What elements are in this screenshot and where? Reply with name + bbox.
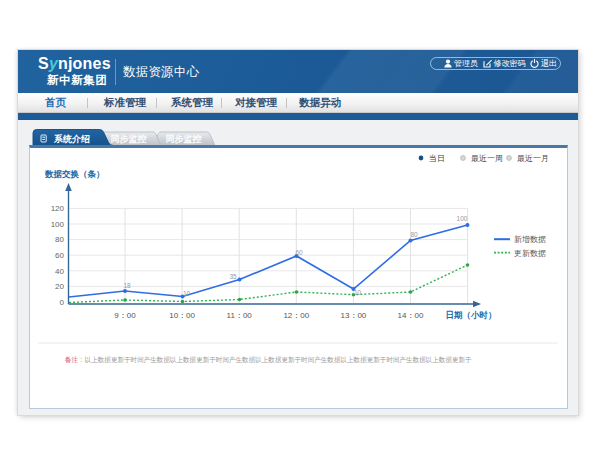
svg-text:120: 120 <box>51 204 65 213</box>
svg-text:20: 20 <box>55 282 64 291</box>
svg-text:11：00: 11：00 <box>227 311 253 320</box>
svg-text:12：00: 12：00 <box>283 311 309 320</box>
svg-text:18: 18 <box>123 282 131 289</box>
svg-text:100: 100 <box>51 220 65 229</box>
svg-text:35: 35 <box>229 273 237 280</box>
svg-text:当日: 当日 <box>429 154 445 163</box>
svg-text:同步监控: 同步监控 <box>111 134 147 144</box>
svg-text:最近一月: 最近一月 <box>517 154 549 163</box>
svg-text:数据交换（条）: 数据交换（条） <box>44 169 105 179</box>
svg-text:10：00: 10：00 <box>169 311 195 320</box>
svg-text:60: 60 <box>55 251 64 260</box>
svg-text:40: 40 <box>55 267 64 276</box>
svg-text:13：00: 13：00 <box>341 311 367 320</box>
svg-text:0: 0 <box>60 298 65 307</box>
svg-text:100: 100 <box>457 215 468 222</box>
svg-text:新增数据: 新增数据 <box>514 235 546 244</box>
svg-text:60: 60 <box>295 249 303 256</box>
svg-text:80: 80 <box>410 231 418 238</box>
svg-text:10: 10 <box>354 289 362 296</box>
svg-text:更新数据: 更新数据 <box>514 249 546 258</box>
svg-text:日期（小时）: 日期（小时） <box>446 310 497 320</box>
svg-text:系统介绍: 系统介绍 <box>53 134 90 144</box>
svg-text:14：00: 14：00 <box>398 311 424 320</box>
svg-text:10: 10 <box>183 290 191 297</box>
svg-text:同步监控: 同步监控 <box>166 134 202 144</box>
svg-text:80: 80 <box>55 235 64 244</box>
svg-text:9：00: 9：00 <box>114 311 136 320</box>
svg-text:最近一周: 最近一周 <box>471 154 503 163</box>
